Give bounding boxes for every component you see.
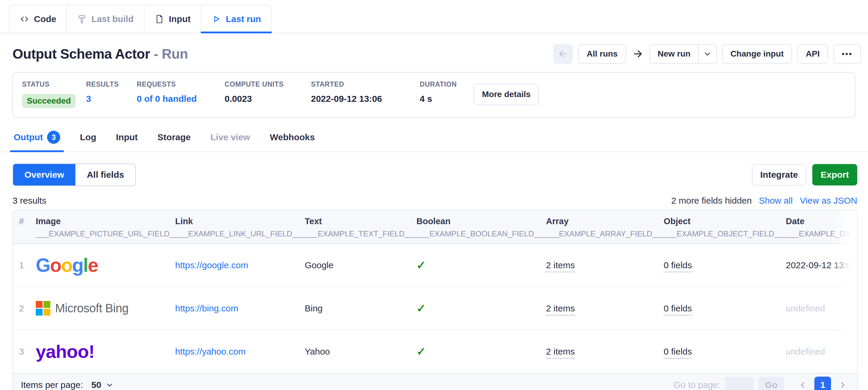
view-toggle: Overview All fields xyxy=(12,163,136,186)
tab-label: Last run xyxy=(226,14,261,24)
show-all-link[interactable]: Show all xyxy=(759,196,793,206)
check-icon: ✓ xyxy=(416,302,426,315)
overview-toggle[interactable]: Overview xyxy=(13,164,75,186)
check-icon: ✓ xyxy=(416,345,426,358)
go-button[interactable]: Go xyxy=(758,377,784,390)
object-expand[interactable]: 0 fields xyxy=(664,260,692,272)
results-table-container: # Image ___EXAMPLE_PICTURE_URL_FIELD___ … xyxy=(12,210,858,390)
chevron-left-icon xyxy=(798,381,807,389)
column-header-array: Array xyxy=(546,217,664,226)
requests-link[interactable]: 0 of 0 handled xyxy=(137,94,197,104)
output-actions: Integrate Export xyxy=(752,164,857,186)
chevron-down-icon xyxy=(703,50,712,58)
new-run-menu-button[interactable] xyxy=(698,45,716,63)
started-field: STARTED 2022-09-12 13:06 xyxy=(311,80,420,104)
tab-run-input[interactable]: Input xyxy=(115,131,139,152)
tab-label: Output xyxy=(14,132,43,142)
next-page-button[interactable] xyxy=(836,381,849,389)
results-label: RESULTS xyxy=(86,80,137,89)
column-subheader-image: ___EXAMPLE_PICTURE_URL_FIELD___ xyxy=(36,229,175,238)
go-to-page-input[interactable] xyxy=(725,377,754,390)
array-expand[interactable]: 2 items xyxy=(546,303,575,316)
table-footer: Items per page: 50 Go to page: Go 1 xyxy=(13,373,857,390)
tab-label: Input xyxy=(169,14,191,24)
tab-webhooks[interactable]: Webhooks xyxy=(269,131,316,152)
column-header-image: Image xyxy=(36,217,175,226)
export-button[interactable]: Export xyxy=(812,164,857,186)
row-link[interactable]: https://yahoo.com xyxy=(175,347,246,356)
more-details-button[interactable]: More details xyxy=(474,84,539,105)
object-expand[interactable]: 0 fields xyxy=(664,347,692,359)
results-link[interactable]: 3 xyxy=(86,94,91,104)
view-as-json-link[interactable]: View as JSON xyxy=(800,196,857,206)
all-runs-button[interactable]: All runs xyxy=(578,44,626,64)
results-field: RESULTS 3 xyxy=(86,80,137,104)
tab-storage[interactable]: Storage xyxy=(156,131,192,152)
column-subheader-text: ___EXAMPLE_TEXT_FIELD___ xyxy=(305,229,416,238)
status-label: STATUS xyxy=(22,80,86,89)
row-link[interactable]: https://google.com xyxy=(175,260,248,270)
arrow-right-icon xyxy=(632,48,643,60)
array-expand[interactable]: 2 items xyxy=(546,347,575,359)
row-number: 2 xyxy=(13,287,36,330)
row-number: 1 xyxy=(13,243,36,287)
chevron-down-icon xyxy=(105,381,114,389)
row-text: Google xyxy=(305,243,416,287)
output-count-badge: 3 xyxy=(47,131,60,144)
object-expand[interactable]: 0 fields xyxy=(664,303,692,316)
yahoo-logo: yahoo! xyxy=(36,343,175,361)
bing-logo: Microsoft Bing xyxy=(36,301,175,316)
array-expand[interactable]: 2 items xyxy=(546,260,575,272)
tab-input[interactable]: Input xyxy=(145,5,202,33)
change-input-button[interactable]: Change input xyxy=(722,44,792,64)
table-row: 2 Microsoft Bing https://bing.com Bing ✓… xyxy=(13,287,857,330)
status-field: STATUS Succeeded xyxy=(22,80,86,108)
row-text: Bing xyxy=(305,287,416,330)
all-fields-toggle[interactable]: All fields xyxy=(75,164,135,186)
column-header-text: Text xyxy=(305,217,416,226)
column-subheader-date: ___EXAMPLE_DATE_FIELD___ xyxy=(786,229,857,238)
file-icon xyxy=(155,14,164,24)
results-table: # Image ___EXAMPLE_PICTURE_URL_FIELD___ … xyxy=(13,210,857,373)
column-subheader-boolean: ___EXAMPLE_BOOLEAN_FIELD___ xyxy=(416,229,546,238)
status-badge: Succeeded xyxy=(22,94,76,108)
table-row: 1 Google https://google.com Google ✓ 2 i… xyxy=(13,243,857,287)
duration-value: 4 s xyxy=(420,94,469,104)
code-icon xyxy=(20,14,29,24)
items-per-page-select[interactable]: 50 xyxy=(91,380,114,390)
api-button[interactable]: API xyxy=(797,44,828,64)
run-suffix: - Run xyxy=(154,46,188,62)
integrate-button[interactable]: Integrate xyxy=(752,164,806,186)
previous-page-button[interactable] xyxy=(796,381,810,389)
tab-code[interactable]: Code xyxy=(9,5,67,33)
tab-output[interactable]: Output 3 xyxy=(12,131,61,152)
run-tab-bar: Output 3 Log Input Storage Live view Web… xyxy=(0,131,868,152)
page-title: Output Schema Actor - Run xyxy=(12,46,188,62)
tab-log[interactable]: Log xyxy=(79,131,97,152)
results-count: 3 results xyxy=(12,196,46,206)
google-logo: Google xyxy=(36,256,175,275)
column-subheader-link: ___EXAMPLE_LINK_URL_FIELD___ xyxy=(175,229,305,238)
column-subheader-array: ___EXAMPLE_ARRAY_FIELD___ xyxy=(546,229,664,238)
more-actions-button[interactable]: ••• xyxy=(833,44,861,64)
page-1-button[interactable]: 1 xyxy=(814,377,831,390)
items-per-page-label: Items per page: xyxy=(21,380,83,390)
row-link[interactable]: https://bing.com xyxy=(175,303,238,313)
next-run-button[interactable] xyxy=(631,48,644,60)
new-run-button[interactable]: New run xyxy=(650,45,698,63)
tab-live-view[interactable]: Live view xyxy=(209,131,251,152)
tab-last-run[interactable]: Last run xyxy=(202,5,272,33)
column-header-link: Link xyxy=(175,217,305,226)
column-header-boolean: Boolean xyxy=(416,217,546,226)
page-header: Output Schema Actor - Run All runs New r… xyxy=(12,44,861,64)
tab-last-build[interactable]: Last build xyxy=(67,5,145,33)
top-tab-bar: Code Last build Input Last run xyxy=(0,0,868,33)
column-subheader-object: ___EXAMPLE_OBJECT_FIELD___ xyxy=(664,229,786,238)
requests-field: REQUESTS 0 of 0 handled xyxy=(137,80,225,104)
row-number: 3 xyxy=(13,330,36,373)
column-header-object: Object xyxy=(664,217,786,226)
previous-run-button[interactable] xyxy=(553,44,573,64)
chevron-right-icon xyxy=(838,381,847,389)
hammer-icon xyxy=(77,14,87,24)
duration-label: DURATION xyxy=(420,80,469,89)
